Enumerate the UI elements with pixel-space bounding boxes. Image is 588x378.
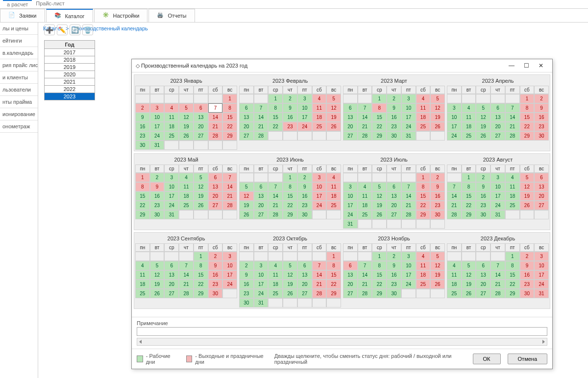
day-cell[interactable]: 22 (520, 122, 535, 131)
day-cell[interactable]: 13 (297, 270, 312, 280)
day-cell[interactable]: 2 (208, 252, 223, 261)
day-cell[interactable]: 24 (150, 131, 165, 141)
day-cell[interactable]: 4 (416, 94, 431, 103)
day-cell[interactable]: 21 (401, 201, 416, 210)
day-cell[interactable]: 4 (268, 261, 283, 270)
day-cell[interactable]: 31 (490, 210, 505, 219)
sidebar-item[interactable]: лы и цены (0, 23, 38, 35)
day-cell[interactable]: 8 (505, 261, 520, 270)
day-cell[interactable]: 26 (520, 201, 535, 210)
day-cell[interactable]: 28 (505, 131, 520, 141)
day-cell[interactable]: 16 (387, 270, 401, 280)
day-cell[interactable]: 7 (358, 261, 372, 270)
day-cell[interactable]: 15 (372, 270, 387, 280)
day-cell[interactable]: 17 (222, 270, 237, 280)
day-cell[interactable]: 4 (164, 103, 179, 113)
day-cell[interactable]: 25 (416, 280, 431, 289)
day-cell[interactable]: 7 (401, 182, 416, 191)
day-cell[interactable]: 10 (447, 113, 462, 122)
day-cell[interactable]: 13 (194, 113, 208, 122)
day-cell[interactable]: 11 (164, 113, 179, 122)
day-cell[interactable]: 2 (476, 173, 490, 182)
day-cell[interactable]: 4 (358, 182, 372, 191)
day-cell[interactable]: 7 (268, 182, 283, 191)
day-cell[interactable]: 6 (343, 103, 358, 113)
day-cell[interactable]: 26 (194, 201, 208, 210)
day-cell[interactable]: 15 (283, 191, 297, 201)
day-cell[interactable]: 3 (150, 103, 165, 113)
day-cell[interactable]: 23 (150, 201, 165, 210)
day-cell[interactable]: 9 (387, 261, 401, 270)
day-cell[interactable]: 20 (534, 191, 549, 201)
day-cell[interactable]: 19 (150, 280, 165, 289)
day-cell[interactable]: 29 (194, 289, 208, 298)
day-cell[interactable]: 30 (387, 131, 401, 141)
day-cell[interactable]: 7 (222, 173, 237, 182)
day-cell[interactable]: 14 (447, 191, 462, 201)
day-cell[interactable]: 12 (476, 113, 490, 122)
day-cell[interactable]: 19 (520, 191, 535, 201)
sidebar-item[interactable]: ейтинги (0, 35, 38, 47)
day-cell[interactable]: 10 (297, 103, 312, 113)
day-cell[interactable]: 20 (343, 280, 358, 289)
day-cell[interactable]: 11 (179, 182, 194, 191)
day-cell[interactable]: 3 (164, 173, 179, 182)
day-cell[interactable]: 23 (430, 201, 445, 210)
day-cell[interactable]: 26 (372, 210, 387, 219)
close-button[interactable]: ✕ (534, 61, 548, 70)
day-cell[interactable]: 6 (343, 261, 358, 270)
day-cell[interactable]: 16 (476, 191, 490, 201)
day-cell[interactable]: 5 (326, 94, 341, 103)
day-cell[interactable]: 5 (194, 173, 208, 182)
day-cell[interactable]: 23 (387, 122, 401, 131)
year-item[interactable]: 2021 (44, 78, 95, 86)
day-cell[interactable]: 4 (505, 173, 520, 182)
day-cell[interactable]: 27 (387, 210, 401, 219)
day-cell[interactable]: 31 (343, 219, 358, 229)
day-cell[interactable]: 6 (208, 173, 223, 182)
day-cell[interactable]: 21 (268, 201, 283, 210)
day-cell[interactable]: 28 (179, 289, 194, 298)
day-cell[interactable]: 4 (135, 261, 150, 270)
day-cell[interactable]: 23 (534, 122, 549, 131)
day-cell[interactable]: 6 (387, 182, 401, 191)
day-cell[interactable]: 22 (326, 280, 341, 289)
day-cell[interactable]: 8 (372, 103, 387, 113)
day-cell[interactable]: 30 (476, 210, 490, 219)
day-cell[interactable]: 7 (490, 261, 505, 270)
day-cell[interactable]: 17 (447, 122, 462, 131)
day-cell[interactable]: 24 (222, 280, 237, 289)
refresh-button[interactable]: 🔄 (70, 24, 80, 35)
day-cell[interactable]: 8 (416, 182, 431, 191)
day-cell[interactable]: 21 (222, 191, 237, 201)
day-cell[interactable]: 1 (222, 94, 237, 103)
day-cell[interactable]: 18 (179, 191, 194, 201)
sidebar-item[interactable]: в.календарь (0, 47, 38, 59)
day-cell[interactable]: 18 (164, 122, 179, 131)
day-cell[interactable]: 11 (358, 191, 372, 201)
day-cell[interactable]: 21 (208, 122, 223, 131)
day-cell[interactable]: 24 (534, 280, 549, 289)
day-cell[interactable]: 5 (430, 252, 445, 261)
day-cell[interactable]: 13 (534, 182, 549, 191)
day-cell[interactable]: 10 (401, 103, 416, 113)
day-cell[interactable]: 19 (179, 122, 194, 131)
day-cell[interactable]: 28 (208, 131, 223, 141)
day-cell[interactable]: 24 (164, 201, 179, 210)
day-cell[interactable]: 5 (462, 261, 476, 270)
day-cell[interactable]: 6 (194, 103, 208, 113)
day-cell[interactable]: 2 (283, 94, 297, 103)
day-cell[interactable]: 18 (447, 280, 462, 289)
day-cell[interactable]: 2 (150, 173, 165, 182)
day-cell[interactable]: 25 (326, 201, 341, 210)
day-cell[interactable]: 1 (520, 94, 535, 103)
year-item[interactable]: 2023 (44, 93, 95, 100)
day-cell[interactable]: 12 (150, 270, 165, 280)
day-cell[interactable]: 17 (164, 191, 179, 201)
day-cell[interactable]: 4 (179, 173, 194, 182)
day-cell[interactable]: 22 (222, 122, 237, 131)
minimize-button[interactable]: — (504, 61, 519, 70)
day-cell[interactable]: 21 (358, 280, 372, 289)
day-cell[interactable]: 3 (222, 252, 237, 261)
year-item[interactable]: 2018 (44, 56, 95, 64)
